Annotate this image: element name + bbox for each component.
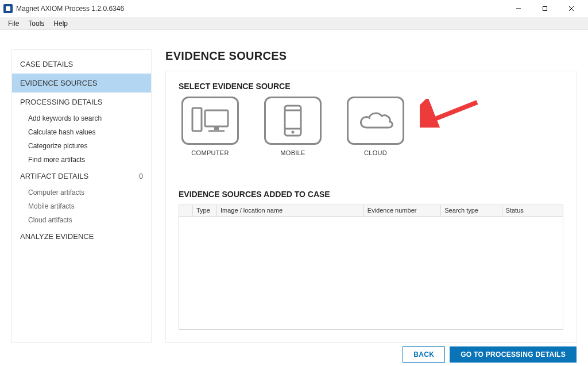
sidebar-item-analyze-evidence[interactable]: ANALYZE EVIDENCE — [12, 227, 151, 246]
svg-rect-0 — [6, 6, 10, 11]
col-type[interactable]: Type — [193, 205, 217, 216]
button-label: BACK — [413, 350, 434, 359]
select-source-label: SELECT EVIDENCE SOURCE — [179, 82, 563, 91]
table-header: Type Image / location name Evidence numb… — [179, 205, 563, 217]
maximize-button[interactable] — [532, 0, 558, 17]
window-title: Magnet AXIOM Process 1.2.0.6346 — [16, 5, 505, 13]
app-icon — [3, 4, 13, 13]
footer-bar: BACK GO TO PROCESSING DETAILS — [0, 343, 588, 366]
close-button[interactable] — [558, 0, 585, 17]
tile-label: CLOUD — [364, 149, 387, 156]
source-tile-computer[interactable]: COMPUTER — [179, 97, 242, 156]
minimize-button[interactable] — [505, 0, 532, 17]
sidebar-sub-categorize[interactable]: Categorize pictures — [12, 139, 151, 153]
sidebar-item-artifact-details[interactable]: ARTIFACT DETAILS 0 — [12, 167, 151, 186]
content-panel: SELECT EVIDENCE SOURCE COMPUTER — [165, 71, 577, 343]
menu-file[interactable]: File — [3, 18, 24, 29]
artifact-count: 0 — [139, 172, 143, 180]
source-tiles-row: COMPUTER MOBILE — [179, 97, 563, 156]
svg-rect-5 — [192, 108, 202, 131]
menu-help[interactable]: Help — [49, 18, 72, 29]
window-controls — [505, 0, 585, 17]
svg-point-13 — [292, 131, 295, 134]
sidebar: CASE DETAILS EVIDENCE SOURCES PROCESSING… — [11, 49, 152, 343]
sidebar-sub-hash[interactable]: Calculate hash values — [12, 125, 151, 139]
svg-rect-6 — [205, 110, 228, 126]
menu-bar: File Tools Help — [0, 17, 588, 30]
sidebar-sub-mobile-artifacts[interactable]: Mobile artifacts — [12, 199, 151, 213]
go-to-processing-details-button[interactable]: GO TO PROCESSING DETAILS — [450, 346, 577, 363]
sidebar-label: EVIDENCE SOURCES — [20, 79, 97, 87]
tile-label: MOBILE — [280, 149, 305, 156]
cloud-icon — [347, 97, 404, 145]
sidebar-item-case-details[interactable]: CASE DETAILS — [12, 55, 151, 74]
sidebar-sub-cloud-artifacts[interactable]: Cloud artifacts — [12, 213, 151, 227]
button-label: GO TO PROCESSING DETAILS — [461, 350, 566, 359]
back-button[interactable]: BACK — [403, 346, 445, 363]
source-tile-mobile[interactable]: MOBILE — [261, 97, 324, 156]
col-checkbox[interactable] — [179, 205, 193, 216]
svg-rect-2 — [543, 7, 547, 11]
table-body-empty — [179, 217, 563, 329]
svg-rect-8 — [214, 126, 219, 130]
sidebar-sub-more-artifacts[interactable]: Find more artifacts — [12, 153, 151, 167]
svg-line-15 — [428, 102, 477, 122]
sidebar-sub-computer-artifacts[interactable]: Computer artifacts — [12, 186, 151, 199]
source-tile-cloud[interactable]: CLOUD — [344, 97, 407, 156]
sidebar-sub-keywords[interactable]: Add keywords to search — [12, 111, 151, 125]
content-pane: EVIDENCE SOURCES SELECT EVIDENCE SOURCE — [165, 49, 577, 343]
col-image[interactable]: Image / location name — [217, 205, 364, 216]
window-titlebar: Magnet AXIOM Process 1.2.0.6346 — [0, 0, 588, 17]
sidebar-label: ANALYZE EVIDENCE — [20, 232, 94, 241]
col-evidence-number[interactable]: Evidence number — [364, 205, 441, 216]
arrow-annotation-icon — [420, 99, 483, 128]
computer-icon — [181, 97, 239, 145]
sidebar-label: PROCESSING DETAILS — [20, 98, 103, 106]
sidebar-label: ARTIFACT DETAILS — [20, 172, 88, 180]
col-status[interactable]: Status — [502, 205, 563, 216]
menu-tools[interactable]: Tools — [24, 18, 49, 29]
sidebar-item-processing-details[interactable]: PROCESSING DETAILS — [12, 93, 151, 111]
sidebar-item-evidence-sources[interactable]: EVIDENCE SOURCES — [12, 74, 151, 93]
main-area: CASE DETAILS EVIDENCE SOURCES PROCESSING… — [0, 30, 588, 343]
sidebar-label: CASE DETAILS — [20, 60, 73, 68]
page-title: EVIDENCE SOURCES — [165, 49, 577, 63]
col-search-type[interactable]: Search type — [441, 205, 502, 216]
tile-label: COMPUTER — [191, 149, 229, 156]
mobile-icon — [264, 97, 322, 145]
added-to-case-label: EVIDENCE SOURCES ADDED TO CASE — [179, 190, 563, 199]
evidence-table: Type Image / location name Evidence numb… — [179, 205, 563, 330]
